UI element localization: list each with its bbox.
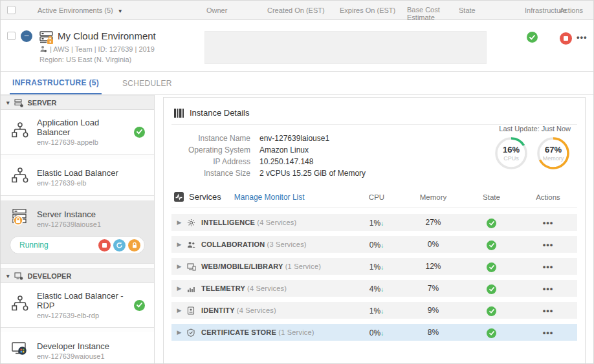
instance-details-header: Instance Details: [171, 98, 577, 125]
environment-name[interactable]: My Cloud Environment: [58, 30, 156, 41]
main-panel: Instance Details Instance Name env-12763…: [155, 95, 593, 364]
sidebar-item-name: Server Instance: [37, 209, 145, 219]
sidebar-section-server[interactable]: ▾ SERVER: [1, 95, 154, 110]
tab-infrastructure[interactable]: INFRASTRUCTURE (5): [10, 72, 102, 94]
status-ok-icon: [134, 127, 145, 138]
sidebar-item-elastic-load-balancer[interactable]: Elastic Load Balancer env-127639-elb: [1, 159, 154, 196]
tab-bar: INFRASTRUCTURE (5) SCHEDULER: [1, 72, 593, 95]
environment-manager-page: Active Environments (5) ▼ Owner Created …: [0, 0, 594, 364]
table-header-bar: Active Environments (5) ▼ Owner Created …: [1, 1, 593, 20]
stop-icon: [564, 36, 568, 41]
services-column-actions: Actions: [519, 193, 577, 201]
environment-more-actions-button[interactable]: •••: [577, 31, 588, 43]
chevron-down-icon: ▼: [118, 8, 123, 14]
expand-row-icon[interactable]: ▶: [171, 307, 187, 314]
stop-icon: [102, 243, 107, 248]
refresh-icon: [116, 242, 123, 249]
last-update-label: Last Update: Just Now: [494, 125, 571, 133]
telemetry-icon: [187, 284, 201, 293]
trend-down-icon: ↓: [380, 220, 384, 227]
sidebar-item-name: Application Load Balancer: [37, 118, 134, 137]
services-icon: [174, 192, 184, 202]
sidebar-section-developer[interactable]: ▾ DEVELOPER: [1, 268, 154, 283]
sidebar-item-developer-instance[interactable]: Developer Instance env-127639waiouse1 Ru…: [1, 332, 154, 364]
status-ok-icon: [487, 219, 496, 228]
status-ok-icon: [487, 306, 496, 316]
restart-instance-button[interactable]: [113, 239, 126, 252]
sidebar-item-name: Elastic Load Balancer - RDP: [37, 291, 134, 310]
status-running-label: Running: [19, 241, 98, 250]
trend-down-icon: ↓: [380, 330, 384, 337]
active-environments-dropdown[interactable]: Active Environments (5) ▼: [38, 6, 123, 14]
instance-details-icon: [174, 109, 184, 118]
environment-region: Region: US East (N. Virginia): [39, 56, 131, 63]
service-more-actions-button[interactable]: •••: [543, 306, 554, 316]
column-header-actions: Actions: [560, 6, 583, 14]
column-header-expires: Expires On (EST): [340, 6, 395, 14]
services-table: ▶ INTELLIGENCE (4 Services) 1%↓ 27% •••: [171, 208, 577, 341]
stop-environment-button[interactable]: [560, 32, 572, 45]
service-row-intelligence[interactable]: ▶ INTELLIGENCE (4 Services) 1%↓ 27% •••: [171, 214, 577, 231]
load-balancer-icon: [11, 122, 30, 142]
sidebar-item-name: Elastic Load Balancer: [37, 168, 145, 178]
sidebar-item-server-instance[interactable]: Server Instance env-127639laiouse1 Runni…: [1, 200, 154, 264]
column-header-state: State: [459, 6, 476, 14]
expand-row-icon[interactable]: ▶: [171, 285, 187, 292]
people-icon: [187, 241, 201, 249]
services-header: Services Manage Monitor List CPU Memory …: [171, 182, 577, 208]
status-ok-icon: [487, 328, 496, 338]
services-title: Services: [189, 192, 221, 202]
service-more-actions-button[interactable]: •••: [543, 218, 554, 228]
expand-row-icon[interactable]: ▶: [171, 263, 187, 270]
expand-row-icon[interactable]: ▶: [171, 219, 187, 226]
devices-icon: [187, 262, 201, 271]
column-header-owner: Owner: [206, 6, 227, 14]
service-more-actions-button[interactable]: •••: [543, 328, 554, 337]
load-balancer-icon: [11, 167, 30, 187]
service-more-actions-button[interactable]: •••: [543, 262, 554, 272]
content-area: ▾ SERVER: [1, 95, 593, 364]
expand-row-icon[interactable]: ▶: [171, 329, 187, 336]
sidebar-item-application-load-balancer[interactable]: Application Load Balancer env-127639-app…: [1, 110, 154, 155]
gear-icon: [187, 219, 201, 227]
service-row-identity[interactable]: ▶ IDENTITY (4 Services) 1%↓ 9% •: [171, 302, 577, 319]
server-section-icon: [14, 98, 23, 107]
select-all-checkbox[interactable]: [7, 6, 16, 14]
chevron-down-icon: ▾: [6, 273, 10, 279]
manage-monitor-list-link[interactable]: Manage Monitor List: [234, 193, 305, 202]
trend-down-icon: ↓: [380, 308, 384, 315]
service-row-telemetry[interactable]: ▶ TELEMETRY (4 Services) 4%↓ 7%: [171, 280, 577, 297]
services-column-cpu: CPU: [351, 193, 402, 201]
environment-status-ok-icon: [527, 32, 538, 43]
lock-icon: [131, 242, 138, 249]
lock-instance-button[interactable]: [128, 239, 140, 252]
sidebar-item-id: env-127639-elb-rdp: [37, 312, 134, 319]
expand-row-icon[interactable]: ▶: [171, 241, 187, 248]
column-header-cost: Base Cost Estimate: [407, 6, 447, 21]
environment-row: – My Cloud Environment | AWS | Team | ID…: [1, 20, 593, 72]
trend-down-icon: ↓: [380, 242, 384, 249]
instance-details-title: Instance Details: [190, 108, 250, 118]
environment-checkbox[interactable]: [7, 32, 16, 40]
active-environments-label: Active Environments (5): [38, 6, 113, 14]
service-more-actions-button[interactable]: •••: [543, 284, 554, 294]
sidebar-item-id: env-127639waiouse1: [37, 352, 145, 360]
collapse-environment-button[interactable]: –: [21, 30, 32, 42]
monitor-summary: Last Update: Just Now 16% CPUs: [494, 125, 571, 171]
certificate-icon: [187, 328, 201, 337]
sidebar-item-elastic-load-balancer-rdp[interactable]: Elastic Load Balancer - RDP env-127639-e…: [1, 283, 154, 328]
service-row-collaboration[interactable]: ▶ COLLABORATION (3 Services) 0%↓ 0%: [171, 236, 577, 253]
sidebar-item-id: env-127639-appelb: [37, 138, 134, 146]
stop-instance-button[interactable]: [98, 239, 111, 252]
service-more-actions-button[interactable]: •••: [543, 240, 554, 250]
services-column-state: State: [464, 193, 519, 201]
redacted-owner-block: [204, 31, 487, 64]
sidebar-item-name: Developer Instance: [37, 341, 145, 351]
instance-details-card: Instance Details Instance Name env-12763…: [163, 97, 586, 364]
developer-section-icon: [14, 272, 23, 281]
service-row-web-mobile-library[interactable]: ▶ WEB/MOBILE/LIBRARY (1 Service) 1%↓ 12%: [171, 258, 577, 275]
tab-scheduler[interactable]: SCHEDULER: [120, 72, 175, 94]
service-row-certificate-store[interactable]: ▶ CERTIFICATE STORE (1 Service) 0%↓ 8% •…: [171, 324, 577, 341]
infrastructure-sidebar: ▾ SERVER: [1, 95, 155, 364]
server-instance-icon: [11, 208, 30, 229]
